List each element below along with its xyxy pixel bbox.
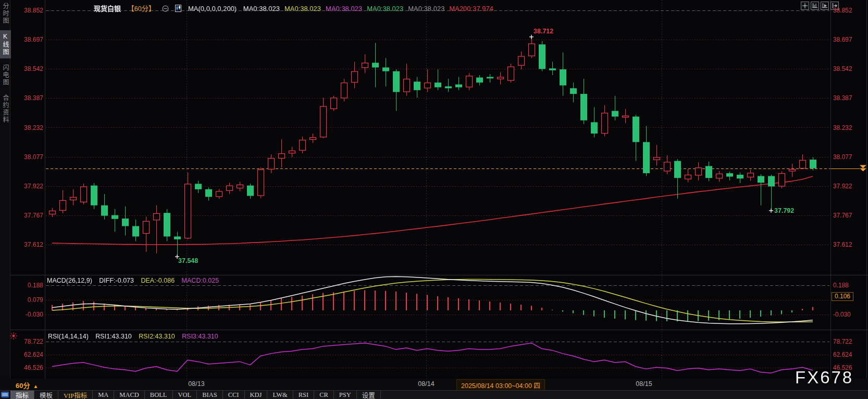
panel-layout-icon[interactable] xyxy=(1,392,9,397)
low-price-annotation: 37.548 xyxy=(178,257,198,264)
price-axis-label: 37.767 xyxy=(11,212,43,219)
macd-macd-value: MACD:0.025 xyxy=(182,277,219,284)
crosshair-tool-icon[interactable] xyxy=(801,2,809,10)
bottom-tab-VOL[interactable]: VOL xyxy=(173,391,197,399)
sidebar-item-option[interactable]: 闪电图 xyxy=(0,62,11,89)
price-axis-label: 37.922 xyxy=(11,183,43,190)
ma-value: MA0:38.023 xyxy=(284,5,321,13)
price-axis-label: 0.188 xyxy=(11,282,43,289)
price-axis-label: 38.387 xyxy=(833,94,865,102)
bottom-tab-MACD[interactable]: MACD xyxy=(114,391,145,399)
bottom-tab-BIAS[interactable]: BIAS xyxy=(197,391,222,399)
rsi2-value: RSI2:43.310 xyxy=(139,333,175,340)
symbol-name: 现货白银 xyxy=(94,5,121,13)
period-selector[interactable]: 60分▲ xyxy=(16,380,38,390)
macd-title: MACD(26,12,9) xyxy=(47,277,92,284)
high-price-annotation: 38.712 xyxy=(534,28,553,35)
bottom-tab-MA[interactable]: MA xyxy=(93,391,114,399)
swing-low-annotation: 37.792 xyxy=(774,207,794,214)
bottom-tab-模板[interactable]: 模板 xyxy=(34,391,58,399)
bottom-tab-RSI[interactable]: RSI xyxy=(293,391,314,399)
price-axis-label: 38.077 xyxy=(11,153,43,161)
price-axis-label: 38.852 xyxy=(11,7,43,14)
crosshair-date-tag: 2025/08/14 03:00~04:00 四 xyxy=(456,379,545,391)
indicator-tabbar: 指标模板VIP指标MAMACDBOLLVOLBIASCCIKDJLW&RSICR… xyxy=(0,390,868,399)
period-label[interactable]: 【60分】 xyxy=(128,5,155,13)
chart-header: 现货白银 【60分】 MA(0,0,0,0,200) MA0:38.023MA0… xyxy=(94,3,503,14)
collapse-icon[interactable] xyxy=(162,5,169,14)
bottom-tab-设置[interactable]: 设置 xyxy=(357,391,381,399)
macd-dea-value: DEA:-0.086 xyxy=(141,277,175,284)
price-axis-label: 38.852 xyxy=(833,7,865,14)
price-axis-label: 0.188 xyxy=(833,282,865,289)
price-axis-label: 38.542 xyxy=(833,65,865,72)
price-axis-label: 37.612 xyxy=(11,241,43,248)
bottom-tab-指标[interactable]: 指标 xyxy=(10,391,34,399)
ma-values: MA0:38.023MA0:38.023MA0:38.023MA0:38.023… xyxy=(243,5,498,13)
ma-value: MA0:38.023 xyxy=(326,5,362,13)
ma-value: MA200:37.974 xyxy=(449,5,493,13)
price-axis-label: 38.542 xyxy=(11,65,43,72)
indicator-settings-icon[interactable] xyxy=(9,332,18,342)
price-axis-label: 38.697 xyxy=(833,36,865,43)
sidebar-item-option[interactable]: 分时图 xyxy=(0,0,11,27)
bottom-tab-BOLL[interactable]: BOLL xyxy=(145,391,173,399)
date-axis: 60分▲ 2025/08/14 03:00~04:00 四 08/1308/14… xyxy=(0,379,868,390)
price-axis-label: 38.232 xyxy=(833,124,865,131)
bottom-tab-KDJ[interactable]: KDJ xyxy=(245,391,268,399)
price-axis-label: 38.232 xyxy=(11,124,43,131)
rsi-title: RSI(14,14,14) xyxy=(48,333,89,340)
chart-type-sidebar: 分时图K线图闪电图合约资料 xyxy=(0,0,10,390)
bottom-tab-PSY[interactable]: PSY xyxy=(334,391,357,399)
macd-panel-header: MACD(26,12,9) DIFF:-0.073 DEA:-0.086 MAC… xyxy=(47,277,224,284)
date-label: 08/14 xyxy=(408,380,444,388)
price-axis-label: 62.624 xyxy=(833,351,865,358)
bottom-tab-CCI[interactable]: CCI xyxy=(223,391,245,399)
ma-settings: MA(0,0,0,0,200) xyxy=(188,5,237,13)
price-axis-label: 37.767 xyxy=(833,212,865,219)
candle-chart-icon[interactable] xyxy=(175,5,181,14)
price-axis-label: -0.030 xyxy=(833,311,865,318)
ma-value: MA0:38.023 xyxy=(367,5,403,13)
bottom-tab-VIP指标[interactable]: VIP指标 xyxy=(58,391,93,399)
price-axis-label: 37.922 xyxy=(833,183,865,190)
bottom-tab-CR[interactable]: CR xyxy=(314,391,334,399)
watermark: FX678 xyxy=(795,368,853,388)
date-label: 08/15 xyxy=(626,380,662,388)
price-axis-label: 46.526 xyxy=(11,364,43,371)
ma-value: MA0:38.023 xyxy=(408,5,444,13)
period-text: 60分 xyxy=(16,382,30,390)
period-arrow-icon: ▲ xyxy=(33,383,38,389)
price-axis-label: 38.697 xyxy=(11,36,43,43)
price-axis-label: 38.077 xyxy=(833,153,865,161)
macd-diff-value: DIFF:-0.073 xyxy=(99,277,134,284)
price-axis-tool-icon[interactable] xyxy=(811,2,819,10)
price-axis-label: 78.722 xyxy=(833,338,865,345)
ma-value: MA0:38.023 xyxy=(243,5,280,13)
rsi-panel-header: RSI(14,14,14) RSI1:43.310 RSI2:43.310 RS… xyxy=(48,333,224,340)
rsi3-value: RSI3:43.310 xyxy=(182,333,218,340)
date-label: 08/13 xyxy=(178,380,215,388)
price-axis-label: -0.030 xyxy=(11,311,43,318)
sidebar-item-option[interactable]: 合约资料 xyxy=(0,92,11,126)
macd-axis-tag: 0.106 xyxy=(832,292,853,301)
price-axis-label: 38.387 xyxy=(11,94,43,102)
price-axis-label: 37.612 xyxy=(833,241,865,248)
price-axis-label: 62.624 xyxy=(11,351,43,358)
bottom-tab-LW&[interactable]: LW& xyxy=(267,391,293,399)
auto-scale-tool-icon[interactable] xyxy=(821,2,829,10)
sidebar-item-selected[interactable]: K线图 xyxy=(0,30,11,58)
price-axis-label: 0.079 xyxy=(11,296,43,304)
rsi1-value: RSI1:43.310 xyxy=(95,333,132,340)
